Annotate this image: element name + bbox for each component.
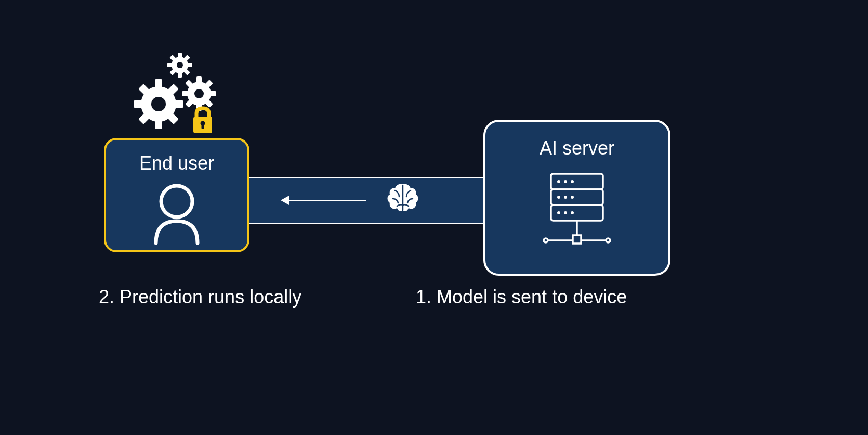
svg-point-38 — [564, 180, 567, 183]
brain-icon — [385, 181, 421, 218]
gears-icon — [133, 52, 226, 140]
svg-rect-2 — [155, 120, 162, 129]
svg-point-9 — [151, 97, 166, 111]
svg-rect-32 — [202, 124, 204, 129]
svg-point-33 — [161, 186, 192, 217]
svg-rect-11 — [178, 53, 182, 58]
end-user-box: End user — [104, 138, 249, 252]
svg-rect-1 — [155, 79, 162, 88]
arrow-left-icon — [283, 200, 366, 201]
svg-point-42 — [571, 196, 574, 199]
ai-server-box: AI server — [483, 120, 670, 276]
svg-point-40 — [557, 196, 560, 199]
svg-rect-24 — [209, 91, 216, 96]
svg-rect-4 — [174, 100, 183, 108]
user-icon — [146, 180, 208, 245]
svg-rect-14 — [187, 63, 192, 67]
end-user-label: End user — [139, 152, 214, 174]
caption-prediction-local: 2. Prediction runs locally — [99, 286, 301, 308]
caption-model-sent: 1. Model is sent to device — [416, 286, 627, 308]
svg-point-49 — [544, 238, 548, 242]
ai-server-label: AI server — [540, 137, 614, 159]
svg-point-39 — [571, 180, 574, 183]
arrow-left-head-icon — [281, 196, 289, 205]
svg-point-43 — [557, 211, 560, 214]
architecture-diagram: End user AI server — [0, 0, 868, 435]
svg-point-41 — [564, 196, 567, 199]
svg-rect-13 — [167, 63, 173, 67]
svg-rect-23 — [182, 91, 189, 96]
svg-point-44 — [564, 211, 567, 214]
svg-point-50 — [606, 238, 610, 242]
svg-point-29 — [194, 89, 204, 98]
svg-rect-12 — [178, 72, 182, 78]
gears-lock-group — [133, 52, 226, 135]
svg-point-37 — [557, 180, 560, 183]
svg-rect-48 — [573, 235, 581, 244]
svg-point-45 — [571, 211, 574, 214]
server-icon — [530, 169, 624, 262]
lock-icon — [193, 108, 212, 133]
svg-rect-21 — [196, 76, 202, 83]
svg-point-19 — [177, 62, 183, 68]
svg-rect-3 — [134, 100, 143, 108]
